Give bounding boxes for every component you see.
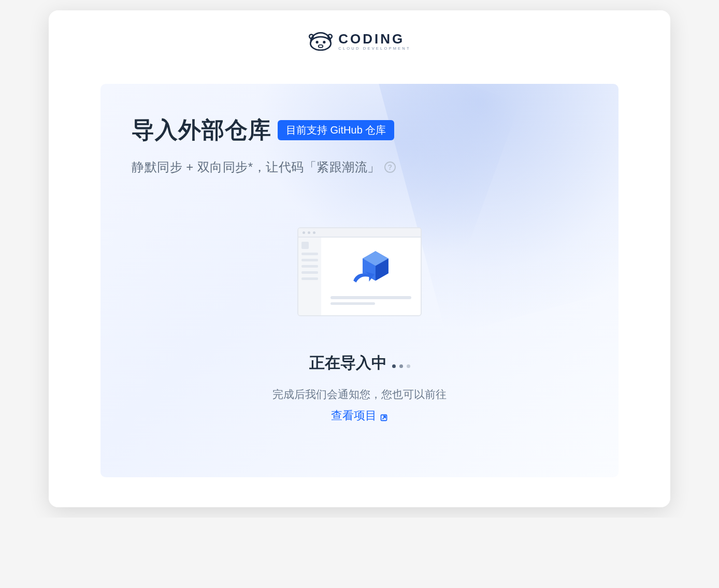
svg-point-1 — [309, 34, 313, 38]
external-link-icon — [380, 411, 388, 420]
svg-point-2 — [328, 34, 332, 38]
monkey-icon — [308, 30, 333, 53]
svg-point-5 — [319, 45, 323, 48]
view-project-label: 查看项目 — [331, 408, 377, 423]
import-illustration — [132, 227, 587, 316]
page-subtitle: 静默同步 + 双向同步*，让代码「紧跟潮流」 — [132, 159, 380, 175]
brand-logo: CODING CLOUD DEVELOPMENT — [49, 30, 670, 53]
svg-point-0 — [311, 37, 331, 50]
support-badge: 目前支持 GitHub 仓库 — [278, 120, 394, 140]
loading-dots-icon — [392, 364, 410, 368]
help-icon[interactable]: ? — [384, 161, 396, 173]
brand-name: CODING — [338, 32, 410, 46]
import-card: 导入外部仓库 目前支持 GitHub 仓库 静默同步 + 双向同步*，让代码「紧… — [100, 84, 619, 477]
cube-icon — [348, 248, 394, 290]
brand-tagline: CLOUD DEVELOPMENT — [338, 47, 410, 51]
status-text: 正在导入中 — [309, 352, 387, 374]
svg-point-3 — [316, 41, 319, 43]
svg-point-4 — [323, 41, 326, 43]
status-description: 完成后我们会通知您，您也可以前往 — [132, 387, 587, 402]
app-window: CODING CLOUD DEVELOPMENT 导入外部仓库 目前支持 Git… — [49, 10, 670, 507]
page-title: 导入外部仓库 — [132, 115, 271, 145]
view-project-link[interactable]: 查看项目 — [331, 408, 388, 423]
